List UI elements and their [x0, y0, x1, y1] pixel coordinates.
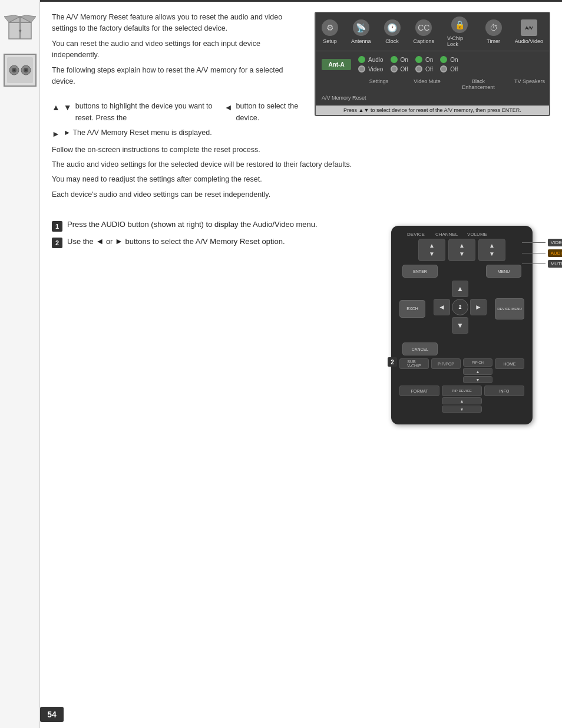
av-memory-row: Ant-A Audio Video On — [322, 56, 543, 73]
video-mute-on[interactable]: On — [391, 56, 408, 63]
device-menu-button[interactable]: DEVICE MENU — [495, 298, 524, 319]
black-enhancement-group: On Off — [415, 56, 433, 73]
numbered-item-1-text: Press the AUDIO button (shown at right) … — [67, 220, 318, 229]
format-button[interactable]: FORMAT — [399, 386, 439, 396]
channel-down-arrow: ▼ — [459, 251, 465, 257]
top-border — [0, 0, 562, 2]
black-enhancement-label: BlackEnhancement — [455, 78, 502, 90]
enter-button[interactable]: ENTER — [402, 265, 438, 278]
device-button[interactable]: ▲ ▼ — [418, 239, 445, 261]
svg-point-9 — [13, 70, 15, 71]
black-enhance-on[interactable]: On — [415, 56, 433, 63]
audiovideo-menu-icon: A/V Audio/Video — [515, 19, 543, 44]
video-mute-off[interactable]: Off — [391, 65, 408, 73]
volume-down-arrow: ▼ — [489, 251, 495, 257]
left-arrow-2: ◄ — [95, 236, 104, 246]
bottom-section: DEVICE CHANNEL VOLUME ▲ ▼ ▲ — [52, 220, 550, 424]
nav-up-button[interactable]: ▲ — [452, 281, 468, 297]
captions-menu-icon: CC Captions — [414, 19, 435, 44]
instruction-3: Follow the on-screen instructions to com… — [52, 144, 550, 156]
av-radio-group: Audio Video — [358, 56, 384, 73]
video-mute-group: On Off — [391, 56, 408, 73]
antenna-menu-icon: 📡 Antenna — [351, 19, 371, 44]
speaker-icon — [4, 54, 37, 87]
svg-text:✦: ✦ — [18, 28, 22, 34]
nav-down-button[interactable]: ▼ — [452, 317, 468, 334]
main-content: ⚙ Setup 📡 Antenna 🕐 Clock CC Captions 🔒 … — [40, 6, 562, 436]
pip-device-down[interactable]: ▼ — [442, 406, 482, 413]
video-label-right: VIDEO — [548, 239, 562, 246]
tv-speakers-off[interactable]: Off — [440, 65, 458, 73]
callout-2: 2 — [388, 357, 397, 367]
tv-menu-icons-row: ⚙ Setup 📡 Antenna 🕐 Clock CC Captions 🔒 … — [316, 13, 549, 51]
tv-speakers-on-dot — [440, 56, 447, 63]
svg-point-12 — [25, 70, 27, 71]
sub-vchip-button[interactable]: SUBV-CHIP — [399, 358, 429, 369]
arrow-left-icon: ◄ — [224, 101, 233, 114]
arrow-right-icon: ► — [52, 128, 60, 141]
nav-right-button[interactable]: ► — [470, 299, 487, 315]
menu-button[interactable]: MENU — [486, 265, 521, 278]
numbered-item-1: 1 Press the AUDIO button (shown at right… — [52, 220, 362, 232]
home-button[interactable]: HOME — [495, 358, 524, 369]
nav-cluster: ▲ ▼ ◄ ► 2 — [434, 281, 487, 334]
tv-speakers-on[interactable]: On — [440, 56, 458, 63]
remote-top-labels: DEVICE CHANNEL VOLUME — [399, 232, 524, 237]
info-button[interactable]: INFO — [484, 386, 524, 396]
num-badge-1: 1 — [52, 221, 62, 232]
numbered-item-2: 2 Use the ◄ or ► buttons to select the A… — [52, 236, 362, 248]
audio-label-right[interactable]: AUDIO — [548, 249, 562, 257]
arrow-up-icon: ▲ — [52, 101, 60, 114]
timer-menu-icon: ⏱ Timer — [485, 19, 502, 44]
audio-radio[interactable]: Audio — [358, 56, 384, 63]
channel-up-arrow: ▲ — [459, 243, 465, 249]
audio-radio-dot — [358, 56, 365, 63]
tv-menu-body: Ant-A Audio Video On — [316, 51, 549, 106]
numbered-item-2-text: Use the ◄ or ► buttons to select the A/V… — [67, 236, 285, 246]
setup-box-icon: ✦ — [4, 9, 37, 42]
black-enhance-off[interactable]: Off — [415, 65, 433, 73]
tv-speakers-off-dot — [440, 65, 447, 73]
page-number: 54 — [40, 707, 64, 722]
ant-a-button[interactable]: Ant-A — [322, 59, 351, 70]
black-enhance-off-dot — [415, 65, 422, 73]
pip-pop-button[interactable]: PIP/POP — [431, 358, 461, 369]
cancel-button[interactable]: CANCEL — [402, 342, 438, 355]
instruction-arrow-2: ► ► The A/V Memory Reset menu is display… — [52, 127, 550, 141]
nav-center-button[interactable]: 2 — [452, 299, 468, 315]
mute-label-right[interactable]: MUTE — [548, 260, 562, 268]
instruction-5: You may need to readjust the settings af… — [52, 174, 550, 185]
tv-menu-status-bar: Press ▲▼ to select device for reset of t… — [316, 106, 549, 115]
tv-speakers-group: On Off — [440, 56, 458, 73]
right-labels: VIDEO AUDIO MUTE — [522, 239, 562, 268]
nav-left-button[interactable]: ◄ — [434, 299, 450, 315]
remote-container: DEVICE CHANNEL VOLUME ▲ ▼ ▲ — [373, 226, 550, 424]
settings-label: Settings — [358, 78, 399, 90]
exch-button[interactable]: EXCH — [399, 300, 425, 318]
pip-ch-up[interactable]: ▲ — [463, 368, 492, 375]
device-down-arrow: ▼ — [429, 251, 435, 257]
vchip-menu-icon: 🔒 V-Chip Lock — [447, 17, 472, 47]
channel-button[interactable]: ▲ ▼ — [448, 239, 475, 261]
remote-control: DEVICE CHANNEL VOLUME ▲ ▼ ▲ — [391, 226, 533, 424]
black-enhance-on-dot — [415, 56, 422, 63]
tv-menu-screenshot: ⚙ Setup 📡 Antenna 🕐 Clock CC Captions 🔒 … — [315, 12, 550, 116]
pip-device-up[interactable]: ▲ — [442, 397, 482, 404]
video-mute-off-dot — [391, 65, 398, 73]
num-badge-2: 2 — [52, 238, 62, 248]
instruction-arrow-1: ▲ ▼ buttons to highlight the device you … — [52, 101, 303, 124]
video-mute-on-dot — [391, 56, 398, 63]
volume-up-arrow: ▲ — [489, 243, 495, 249]
pip-ch-down[interactable]: ▼ — [463, 376, 492, 383]
tv-menu-labels-row: Settings Video Mute BlackEnhancement TV … — [358, 76, 543, 93]
arrow-down-icon: ▼ — [64, 101, 72, 114]
instruction-4: The audio and video settings for the sel… — [52, 159, 550, 170]
av-memory-reset-label: A/V Memory Reset — [322, 95, 543, 101]
video-radio-dot — [358, 65, 365, 73]
clock-menu-icon: 🕐 Clock — [384, 19, 401, 44]
left-sidebar: ✦ — [0, 0, 40, 728]
volume-button[interactable]: ▲ ▼ — [478, 239, 505, 261]
tv-speakers-label: TV Speakers — [509, 78, 550, 90]
device-up-arrow: ▲ — [429, 243, 435, 249]
video-radio[interactable]: Video — [358, 65, 384, 73]
